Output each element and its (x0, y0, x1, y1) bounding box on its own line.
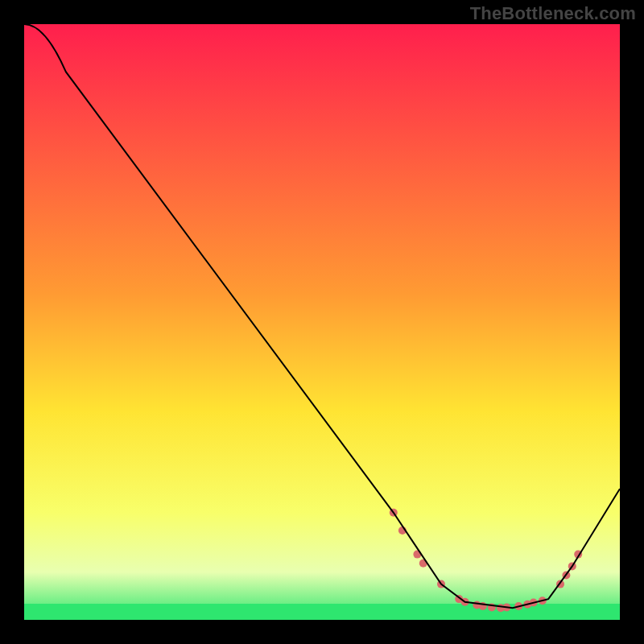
gradient-background (24, 24, 620, 620)
watermark-text: TheBottleneck.com (470, 3, 636, 24)
chart-frame: TheBottleneck.com (0, 0, 644, 644)
chart-area (24, 24, 620, 620)
chart-svg (24, 24, 620, 620)
